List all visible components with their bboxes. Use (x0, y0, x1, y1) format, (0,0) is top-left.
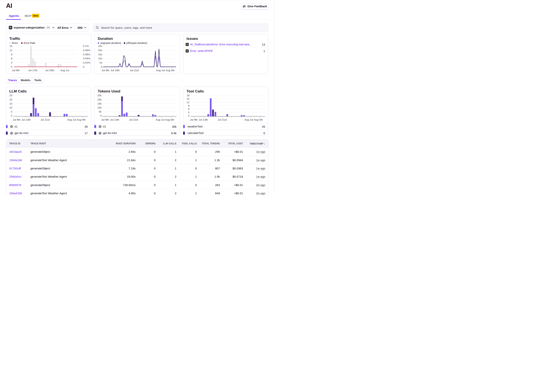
svg-text:0.02%: 0.02% (83, 61, 90, 64)
svg-text:Jul 21st: Jul 21st (130, 69, 139, 72)
svg-text:0.1%: 0.1% (83, 45, 89, 48)
svg-text:Jul 9th: Jul 9th (12, 69, 20, 72)
svg-text:3: 3 (11, 61, 13, 64)
svg-text:Jul 13th: Jul 13th (110, 118, 119, 121)
svg-text:Aug 5th: Aug 5th (254, 118, 263, 121)
svg-text:15: 15 (10, 45, 13, 48)
svg-text:10k: 10k (97, 106, 101, 109)
svg-text:Jul 13th: Jul 13th (22, 118, 31, 121)
svg-text:3: 3 (188, 111, 190, 114)
svg-text:Aug 5th: Aug 5th (77, 118, 86, 121)
svg-text:Aug 1st: Aug 1st (156, 69, 165, 72)
svg-text:12: 12 (186, 101, 189, 104)
svg-text:12: 12 (10, 49, 13, 52)
svg-text:20: 20 (9, 98, 12, 101)
svg-text:Jul 13th: Jul 13th (199, 118, 208, 121)
svg-text:Aug 1st: Aug 1st (156, 118, 164, 121)
svg-text:Jul 25th: Jul 25th (45, 69, 54, 72)
svg-text:25s: 25s (98, 45, 102, 48)
svg-text:Jul 13th: Jul 13th (111, 69, 120, 72)
svg-text:Jul 9th: Jul 9th (13, 118, 21, 121)
svg-text:0: 0 (83, 65, 85, 68)
svg-text:0.08%: 0.08% (83, 49, 90, 52)
svg-text:15s: 15s (98, 53, 102, 56)
svg-text:Jul 21st: Jul 21st (129, 118, 138, 121)
svg-text:15k: 15k (97, 102, 101, 105)
svg-text:Jul 21st: Jul 21st (41, 118, 50, 121)
svg-text:9: 9 (188, 104, 190, 107)
svg-text:10s: 10s (98, 57, 102, 60)
svg-text:18: 18 (186, 94, 189, 97)
svg-text:Jul 9th: Jul 9th (190, 118, 198, 121)
svg-text:Aug 5th: Aug 5th (166, 69, 175, 72)
svg-text:0: 0 (11, 114, 13, 117)
svg-text:0: 0 (11, 65, 13, 68)
svg-text:6: 6 (188, 108, 190, 111)
svg-text:20k: 20k (97, 98, 101, 101)
svg-text:25k: 25k (97, 94, 101, 97)
svg-text:Aug 1st: Aug 1st (244, 118, 253, 121)
svg-text:Jul 9th: Jul 9th (102, 69, 109, 72)
svg-text:10: 10 (9, 106, 12, 109)
svg-text:5k: 5k (99, 110, 102, 113)
svg-text:Aug 1st: Aug 1st (60, 69, 69, 72)
svg-text:0: 0 (101, 65, 102, 68)
svg-text:25: 25 (9, 94, 12, 97)
svg-text:20s: 20s (98, 49, 102, 52)
svg-text:Jul 9th: Jul 9th (101, 118, 109, 121)
svg-text:0.06%: 0.06% (83, 53, 90, 56)
svg-text:15: 15 (9, 102, 12, 105)
svg-text:0.04%: 0.04% (83, 57, 90, 60)
svg-text:0: 0 (100, 114, 101, 117)
svg-text:Jul 17th: Jul 17th (28, 69, 37, 72)
svg-text:5: 5 (11, 110, 13, 113)
svg-text:9: 9 (11, 53, 13, 56)
svg-text:15: 15 (186, 98, 189, 100)
svg-text:Aug 5th: Aug 5th (165, 118, 174, 121)
svg-text:Aug 1st: Aug 1st (67, 118, 76, 121)
svg-text:0: 0 (188, 114, 190, 117)
svg-text:5s: 5s (100, 61, 102, 64)
svg-text:6: 6 (11, 57, 13, 60)
svg-text:Jul 21st: Jul 21st (218, 118, 227, 121)
